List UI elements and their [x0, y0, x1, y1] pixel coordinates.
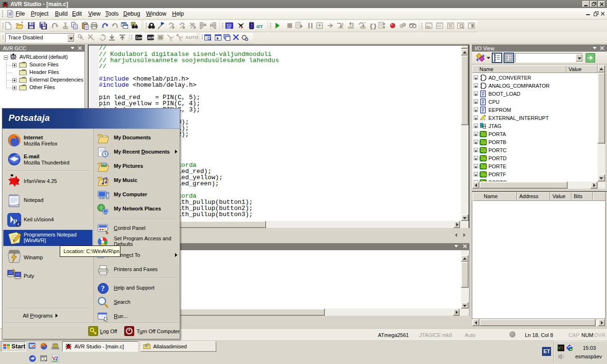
- svg-text:ox: ox: [437, 24, 441, 28]
- svg-text:E: E: [180, 38, 182, 42]
- svg-text:T: T: [99, 37, 101, 40]
- svg-text:2: 2: [172, 36, 174, 38]
- svg-text:2: 2: [182, 36, 184, 38]
- svg-text:mks: mks: [227, 27, 231, 29]
- svg-text:{}: {}: [369, 23, 377, 30]
- svg-text:4: 4: [17, 222, 19, 227]
- svg-text:AVR: AVR: [147, 36, 154, 39]
- svg-text:E: E: [170, 38, 173, 42]
- svg-text:Con: Con: [136, 36, 142, 39]
- svg-text:ατ: ατ: [257, 22, 263, 29]
- svg-text:2: 2: [561, 345, 563, 350]
- svg-text:2: 2: [55, 355, 58, 361]
- svg-text:?: ?: [101, 284, 105, 292]
